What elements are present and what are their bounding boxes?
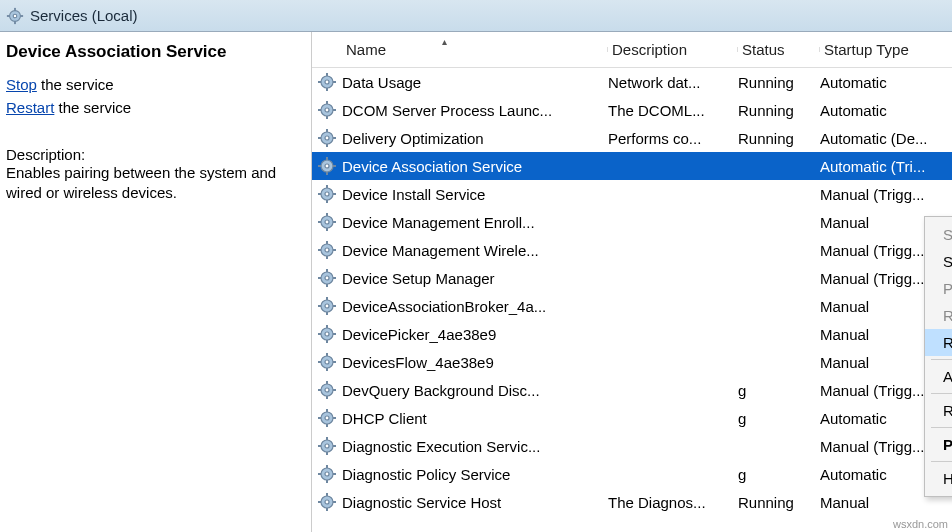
table-row[interactable]: DevicePicker_4ae38e9Manual [312,320,952,348]
cell-startup-type: Manual (Trigg... [820,186,952,203]
table-row[interactable]: DeviceAssociationBroker_4a...Manual [312,292,952,320]
service-icon [312,72,342,92]
cell-status: g [738,466,820,483]
ctx-start: Start [925,221,952,248]
service-icon [312,408,342,428]
service-icon [312,184,342,204]
service-icon [312,156,342,176]
titlebar-text: Services (Local) [30,7,138,24]
cell-name: DHCP Client [342,410,608,427]
ctx-properties[interactable]: Properties [925,431,952,458]
column-headers: ▴ Name Description Status Startup Type [312,32,952,68]
description-label: Description: [6,146,297,163]
table-row[interactable]: DHCP ClientgAutomatic [312,404,952,432]
cell-startup-type: Automatic [820,102,952,119]
cell-startup-type: Automatic (De... [820,130,952,147]
table-row[interactable]: Diagnostic Service HostThe Diagnos...Run… [312,488,952,516]
cell-status: Running [738,494,820,511]
service-icon [312,268,342,288]
service-icon [312,436,342,456]
ctx-resume: Resume [925,302,952,329]
cell-status: Running [738,74,820,91]
cell-startup-type: Automatic (Tri... [820,158,952,175]
titlebar: Services (Local) [0,0,952,32]
cell-status: g [738,382,820,399]
table-row[interactable]: Device Setup ManagerManual (Trigg... [312,264,952,292]
service-icon [312,240,342,260]
cell-startup-type: Automatic [820,74,952,91]
cell-name: Diagnostic Execution Servic... [342,438,608,455]
ctx-all-tasks[interactable]: All Tasks▶ [925,363,952,390]
services-list: ▴ Name Description Status Startup Type D… [312,32,952,532]
stop-link[interactable]: Stop [6,76,37,93]
watermark: wsxdn.com [893,518,948,530]
ctx-refresh[interactable]: Refresh [925,397,952,424]
table-row[interactable]: DCOM Server Process Launc...The DCOML...… [312,96,952,124]
cell-name: Device Management Wirele... [342,242,608,259]
service-icon [312,212,342,232]
context-menu: Start Stop Pause Resume Restart All Task… [924,216,952,497]
cell-name: Diagnostic Service Host [342,494,608,511]
col-status[interactable]: Status [738,41,820,58]
cell-name: Device Install Service [342,186,608,203]
service-icon [312,352,342,372]
cell-status: g [738,410,820,427]
service-icon [312,464,342,484]
cell-status: Running [738,102,820,119]
cell-description: Performs co... [608,130,738,147]
restart-link[interactable]: Restart [6,99,54,116]
cell-description: The DCOML... [608,102,738,119]
cell-status: Running [738,130,820,147]
table-row[interactable]: Device Association ServiceAutomatic (Tri… [312,152,952,180]
service-icon [312,324,342,344]
table-row[interactable]: Diagnostic Execution Servic...Manual (Tr… [312,432,952,460]
service-icon [312,296,342,316]
cell-name: DCOM Server Process Launc... [342,102,608,119]
cell-description: The Diagnos... [608,494,738,511]
service-icon [312,128,342,148]
cell-name: DevicePicker_4ae38e9 [342,326,608,343]
table-row[interactable]: Data UsageNetwork dat...RunningAutomatic [312,68,952,96]
cell-name: DevQuery Background Disc... [342,382,608,399]
table-row[interactable]: Delivery OptimizationPerforms co...Runni… [312,124,952,152]
services-icon [6,7,24,25]
cell-name: Device Association Service [342,158,608,175]
ctx-stop[interactable]: Stop [925,248,952,275]
ctx-restart[interactable]: Restart [925,329,952,356]
table-row[interactable]: Device Management Wirele...Manual (Trigg… [312,236,952,264]
service-icon [312,492,342,512]
description-text: Enables pairing between the system and w… [6,163,297,204]
cell-name: Device Setup Manager [342,270,608,287]
col-description[interactable]: Description [608,41,738,58]
table-row[interactable]: DevQuery Background Disc...gManual (Trig… [312,376,952,404]
cell-description: Network dat... [608,74,738,91]
ctx-pause: Pause [925,275,952,302]
details-panel: Device Association Service Stop the serv… [0,32,312,532]
cell-name: DevicesFlow_4ae38e9 [342,354,608,371]
table-row[interactable]: Device Management Enroll...Manual [312,208,952,236]
table-row[interactable]: Device Install ServiceManual (Trigg... [312,180,952,208]
col-name[interactable]: Name [312,41,608,58]
cell-name: Delivery Optimization [342,130,608,147]
cell-name: Diagnostic Policy Service [342,466,608,483]
cell-name: DeviceAssociationBroker_4a... [342,298,608,315]
cell-name: Device Management Enroll... [342,214,608,231]
table-row[interactable]: DevicesFlow_4ae38e9Manual [312,348,952,376]
table-row[interactable]: Diagnostic Policy ServicegAutomatic [312,460,952,488]
service-icon [312,380,342,400]
col-startup-type[interactable]: Startup Type [820,41,952,58]
ctx-help[interactable]: Help [925,465,952,492]
cell-name: Data Usage [342,74,608,91]
service-icon [312,100,342,120]
selected-service-heading: Device Association Service [6,42,297,62]
